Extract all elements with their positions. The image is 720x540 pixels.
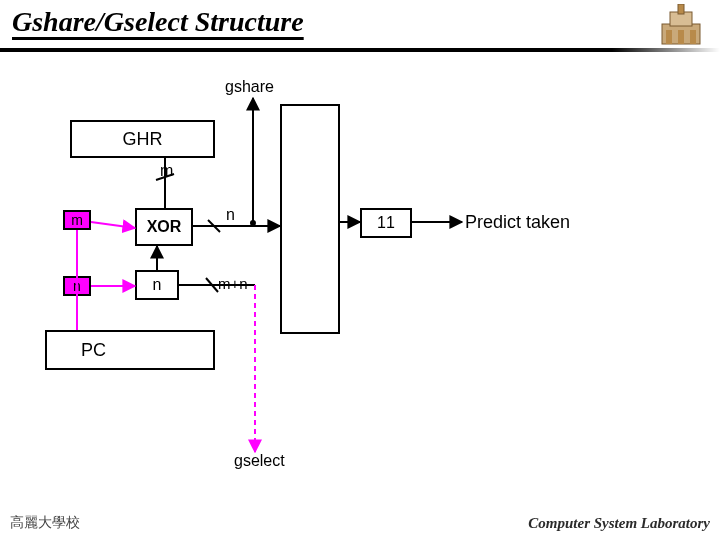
gselect-path-label: gselect xyxy=(234,452,285,470)
concat-wire-label: m+n xyxy=(218,275,248,292)
n-box-label: n xyxy=(153,276,162,294)
svg-line-9 xyxy=(91,222,135,228)
footer-right-lab: Computer System Laboratory xyxy=(528,515,710,532)
m-tag-label: m xyxy=(71,212,83,228)
pc-box: PC xyxy=(45,330,215,370)
n-wire-label: n xyxy=(226,206,235,224)
footer-left-logo: 高麗大學校 xyxy=(10,514,80,532)
gshare-path-label: gshare xyxy=(225,78,274,96)
ghr-box: GHR xyxy=(70,120,215,158)
entry-value: 11 xyxy=(377,214,395,232)
xor-box: XOR xyxy=(135,208,193,246)
n-box: n xyxy=(135,270,179,300)
svg-line-15 xyxy=(208,220,220,232)
selected-entry: 11 xyxy=(360,208,412,238)
xor-label: XOR xyxy=(147,218,182,236)
diagram-canvas: GHR XOR n PC m n 11 gshare m n m+n Predi… xyxy=(0,0,720,540)
predict-taken-label: Predict taken xyxy=(465,212,570,233)
m-wire-label: m xyxy=(160,162,173,180)
wiring-overlay xyxy=(0,0,720,540)
m-bits-tag: m xyxy=(63,210,91,230)
ghr-label: GHR xyxy=(123,129,163,150)
svg-line-17 xyxy=(206,278,218,292)
n-tag-label: n xyxy=(73,278,81,294)
pc-label: PC xyxy=(81,340,106,361)
n-bits-tag: n xyxy=(63,276,91,296)
svg-point-14 xyxy=(250,220,256,226)
prediction-table xyxy=(280,104,340,334)
